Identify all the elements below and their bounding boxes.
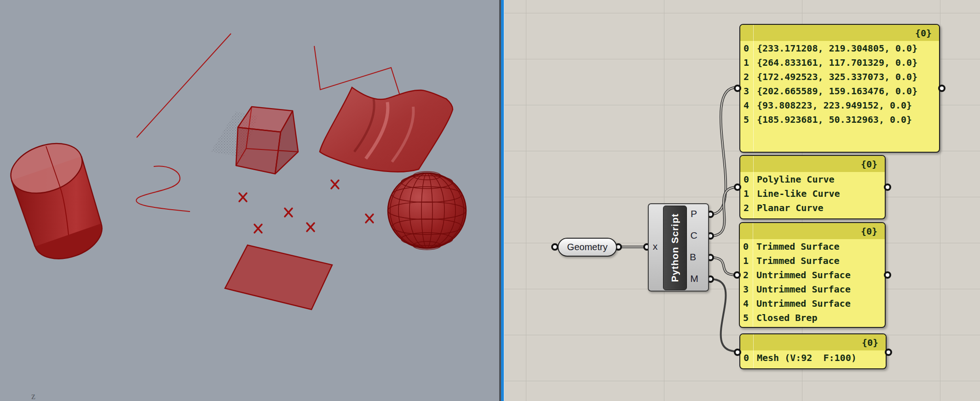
- panel-output-grip[interactable]: [884, 183, 891, 191]
- panel-rows: 0Mesh (V:92 F:100): [740, 350, 886, 365]
- port-label-c: C: [688, 230, 699, 241]
- panel-header: {0}: [740, 223, 885, 239]
- panel-row-value: Untrimmed Surface: [752, 269, 851, 281]
- panel-row-index: 0: [740, 352, 752, 363]
- panel-row-index: 2: [740, 202, 752, 213]
- port-label-p: P: [688, 208, 699, 219]
- python-script-title: Python Script: [669, 213, 680, 282]
- panel-row-value: {185.923681, 50.312963, 0.0}: [752, 114, 912, 125]
- panel-index-divider: [753, 223, 753, 327]
- panel-row-index: 3: [740, 284, 752, 295]
- panel-row-index: 5: [740, 312, 752, 323]
- panel-row-index: 1: [740, 57, 752, 68]
- panel-row-value: {93.808223, 223.949152, 0.0}: [752, 100, 912, 111]
- panel-header: {0}: [740, 156, 885, 172]
- geometry-parameter-label: Geometry: [567, 242, 608, 252]
- port-label-x: x: [650, 241, 661, 252]
- panel-row: 0Trimmed Surface: [740, 239, 885, 253]
- panel-output-grip[interactable]: [885, 349, 892, 356]
- panel-row-value: Mesh (V:92 F:100): [752, 352, 857, 363]
- panel-row-value: Line-like Curve: [752, 188, 840, 199]
- panel-input-grip[interactable]: [734, 85, 741, 92]
- python-script-namebar[interactable]: Python Script: [663, 206, 687, 290]
- panel-row: 0{233.171208, 219.304805, 0.0}: [740, 41, 939, 55]
- mesh-sphere[interactable]: [388, 172, 466, 250]
- panel-row: 1Trimmed Surface: [740, 253, 885, 268]
- panel-row-index: 2: [740, 71, 752, 82]
- data-panel-points[interactable]: {0} 0{233.171208, 219.304805, 0.0}1{264.…: [739, 24, 940, 153]
- panel-row: 0Polyline Curve: [740, 172, 885, 186]
- panel-row: 1{264.833161, 117.701329, 0.0}: [740, 55, 939, 69]
- panel-index-divider: [753, 25, 754, 152]
- data-panel-mesh[interactable]: {0} 0Mesh (V:92 F:100): [739, 333, 887, 369]
- panel-row: 2{172.492523, 325.337073, 0.0}: [740, 69, 939, 84]
- panel-input-grip[interactable]: [734, 349, 741, 356]
- panel-rows: 0Trimmed Surface1Trimmed Surface2Untrimm…: [740, 239, 885, 325]
- panel-row-index: 3: [740, 86, 752, 97]
- application-window: z Geometry Python Script: [0, 0, 980, 401]
- panel-row-value: Closed Brep: [752, 312, 817, 323]
- port-label-m: M: [689, 273, 700, 284]
- panel-row-value: Untrimmed Surface: [752, 298, 851, 309]
- panel-row: 4{93.808223, 223.949152, 0.0}: [740, 98, 939, 112]
- panel-row-index: 4: [740, 298, 752, 309]
- panel-row-index: 1: [740, 188, 752, 199]
- panel-row-index: 1: [740, 255, 752, 266]
- panel-row-value: Polyline Curve: [752, 174, 835, 185]
- panel-rows: 0{233.171208, 219.304805, 0.0}1{264.8331…: [740, 41, 939, 126]
- panel-row-index: 0: [740, 174, 752, 185]
- geometry-parameter[interactable]: Geometry: [558, 238, 617, 257]
- panel-row: 2Planar Curve: [740, 200, 885, 215]
- panel-row: 2Untrimmed Surface: [740, 268, 885, 282]
- panel-row-value: Trimmed Surface: [752, 255, 840, 266]
- rhino-viewport[interactable]: z: [0, 0, 499, 401]
- data-panel-curves[interactable]: {0} 0Polyline Curve1Line-like Curve2Plan…: [739, 155, 886, 219]
- panel-row-value: {202.665589, 159.163476, 0.0}: [752, 86, 917, 97]
- panel-input-grip[interactable]: [733, 271, 741, 279]
- z-axis-label: z: [31, 391, 35, 401]
- panel-index-divider: [753, 334, 754, 368]
- panel-output-grip[interactable]: [884, 271, 891, 279]
- panel-row-value: Trimmed Surface: [752, 241, 840, 252]
- port-label-b: B: [687, 252, 698, 263]
- data-panel-breps[interactable]: {0} 0Trimmed Surface1Trimmed Surface2Unt…: [739, 222, 886, 328]
- panel-index-divider: [753, 156, 754, 218]
- panel-row: 5Closed Brep: [740, 310, 885, 325]
- panel-output-grip[interactable]: [938, 85, 945, 92]
- panel-row: 5{185.923681, 50.312963, 0.0}: [740, 112, 939, 126]
- panel-row-value: Untrimmed Surface: [752, 284, 851, 295]
- panel-row-index: 5: [740, 114, 752, 125]
- panel-row: 3Untrimmed Surface: [740, 282, 885, 296]
- panel-header: {0}: [740, 334, 886, 350]
- panel-row: 3{202.665589, 159.163476, 0.0}: [740, 84, 939, 98]
- panel-row: 0Mesh (V:92 F:100): [740, 350, 886, 365]
- panel-row-value: {172.492523, 325.337073, 0.0}: [752, 71, 917, 82]
- panel-row-index: 4: [740, 100, 752, 111]
- panel-row-value: {233.171208, 219.304805, 0.0}: [752, 43, 917, 54]
- panel-header: {0}: [740, 25, 939, 41]
- panel-row-index: 0: [740, 43, 752, 54]
- panel-row-index: 0: [740, 241, 752, 252]
- panel-row-index: 2: [740, 269, 752, 281]
- panel-rows: 0Polyline Curve1Line-like Curve2Planar C…: [740, 172, 885, 215]
- panel-row: 1Line-like Curve: [740, 186, 885, 200]
- panel-row: 4Untrimmed Surface: [740, 296, 885, 310]
- panel-row-value: {264.833161, 117.701329, 0.0}: [752, 57, 917, 68]
- panel-row-value: Planar Curve: [752, 202, 824, 213]
- panel-input-grip[interactable]: [734, 183, 741, 191]
